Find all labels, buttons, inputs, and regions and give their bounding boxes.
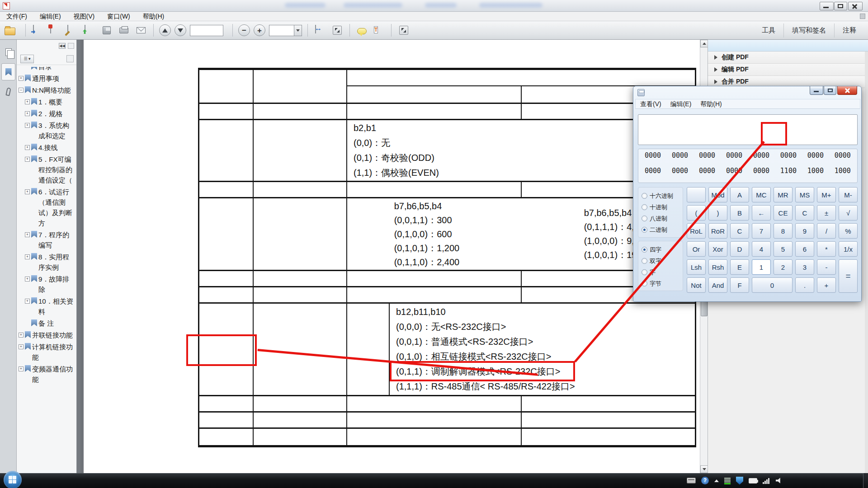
tree-expander-icon[interactable]: + bbox=[25, 157, 30, 162]
calc-button[interactable]: ) bbox=[708, 205, 727, 221]
tree-expander-icon[interactable]: + bbox=[19, 366, 24, 371]
tree-expander-icon[interactable]: + bbox=[19, 333, 24, 338]
calc-menu-item[interactable]: 查看(V) bbox=[636, 99, 666, 108]
menu-item[interactable]: 文件(F) bbox=[0, 12, 33, 21]
bookmark-label[interactable]: 1．概要 bbox=[38, 97, 73, 107]
bookmark-tree-item[interactable]: + 10．相关资料 bbox=[19, 296, 73, 317]
calc-button[interactable]: 9 bbox=[795, 223, 814, 239]
bookmark-label[interactable]: 4.接线 bbox=[38, 142, 73, 153]
calc-maximize-button[interactable] bbox=[824, 86, 836, 95]
bookmark-label[interactable]: 通用事项 bbox=[32, 73, 73, 84]
text-note-button[interactable]: T bbox=[372, 24, 386, 37]
print-button[interactable] bbox=[117, 24, 131, 37]
bookmark-tree-item[interactable]: + 7．程序的编写 bbox=[19, 230, 73, 250]
tree-expander-icon[interactable]: + bbox=[25, 111, 30, 116]
speaker-icon[interactable] bbox=[776, 478, 782, 484]
calculator-window[interactable]: 查看(V)编辑(E)帮助(H) 000000000000000000000000… bbox=[633, 86, 862, 302]
calc-button[interactable]: M- bbox=[839, 187, 858, 202]
calc-button[interactable]: RoL bbox=[687, 223, 706, 239]
calc-button[interactable]: ± bbox=[817, 205, 836, 221]
bookmark-tree-item[interactable]: + 2．规格 bbox=[19, 108, 73, 119]
attachments-button[interactable] bbox=[1, 83, 15, 100]
tree-expander-icon[interactable]: + bbox=[19, 76, 24, 81]
close-button[interactable] bbox=[848, 2, 863, 10]
calc-menu-item[interactable]: 编辑(E) bbox=[666, 99, 696, 108]
word-size-radio[interactable]: 字节 bbox=[642, 278, 683, 289]
bookmark-label[interactable]: 9．故障排除 bbox=[38, 274, 73, 295]
base-mode-radio[interactable]: 八进制 bbox=[642, 213, 683, 224]
bookmarks-menu-button[interactable]: ☰ ▾ bbox=[20, 55, 34, 63]
calc-button[interactable]: % bbox=[839, 223, 858, 239]
panel-options-icon[interactable] bbox=[68, 43, 74, 49]
word-size-radio[interactable]: 四字 bbox=[642, 244, 683, 255]
tree-expander-icon[interactable]: + bbox=[25, 254, 30, 259]
calc-button[interactable]: Or bbox=[687, 241, 706, 257]
menu-item[interactable]: 帮助(H) bbox=[137, 12, 170, 21]
bookmark-tree-item[interactable]: − N:N网络功能 bbox=[19, 85, 73, 95]
calc-button[interactable]: And bbox=[708, 277, 727, 293]
collapse-panel-button[interactable]: ◀◀ bbox=[59, 43, 66, 49]
calc-button[interactable]: M+ bbox=[817, 187, 836, 202]
zoom-in-button[interactable]: + bbox=[254, 24, 265, 36]
network-signal-icon[interactable] bbox=[763, 477, 770, 484]
calc-button[interactable]: E bbox=[730, 259, 749, 275]
calc-minimize-button[interactable] bbox=[810, 86, 823, 95]
scroll-up-button[interactable] bbox=[700, 40, 708, 47]
calc-button[interactable]: RoR bbox=[708, 223, 727, 239]
show-desktop-button[interactable] bbox=[863, 473, 868, 488]
save-button[interactable] bbox=[100, 24, 113, 37]
bookmark-label[interactable]: 目录 bbox=[38, 67, 73, 72]
calc-button[interactable]: . bbox=[795, 277, 814, 293]
calc-button[interactable]: Rsh bbox=[708, 259, 727, 275]
calc-button[interactable]: Lsh bbox=[687, 259, 706, 275]
fullscreen-button[interactable] bbox=[397, 24, 410, 37]
minimize-button[interactable] bbox=[820, 2, 834, 10]
tools-panel-item[interactable]: 编辑 PDF bbox=[708, 64, 868, 76]
tree-expander-icon[interactable]: − bbox=[19, 88, 24, 93]
zoom-level-control[interactable] bbox=[269, 25, 302, 36]
bookmark-label[interactable]: 8．实用程序实例 bbox=[38, 252, 73, 272]
comment-bubble-button[interactable] bbox=[355, 25, 368, 36]
help-tray-icon[interactable]: ? bbox=[701, 477, 709, 484]
keyboard-icon[interactable] bbox=[687, 478, 696, 483]
next-page-button[interactable] bbox=[175, 24, 186, 36]
bookmark-label[interactable]: 并联链接功能 bbox=[32, 330, 73, 340]
app-status-bars-icon[interactable] bbox=[724, 477, 731, 484]
zoom-out-button[interactable]: − bbox=[238, 24, 250, 36]
panel-tab[interactable]: 工具 bbox=[754, 23, 783, 38]
restore-button[interactable] bbox=[834, 2, 847, 10]
bookmark-tree-item[interactable]: + 8．实用程序实例 bbox=[19, 252, 73, 272]
page-thumbnails-button[interactable] bbox=[1, 43, 15, 61]
upload-cloud-button[interactable] bbox=[83, 24, 96, 37]
battery-icon[interactable] bbox=[749, 478, 757, 483]
email-button[interactable] bbox=[134, 24, 148, 37]
tree-expander-icon[interactable]: + bbox=[19, 344, 24, 349]
calc-button[interactable]: D bbox=[730, 241, 749, 257]
tools-panel-item[interactable]: 创建 PDF bbox=[708, 52, 868, 64]
cloud-print-button[interactable] bbox=[48, 24, 62, 37]
calc-button[interactable]: - bbox=[817, 259, 836, 275]
calc-button[interactable]: 3 bbox=[795, 259, 814, 275]
menu-item[interactable]: 视图(V) bbox=[67, 12, 101, 21]
tree-expander-icon[interactable]: + bbox=[25, 123, 30, 128]
calc-button[interactable]: MR bbox=[774, 187, 793, 202]
calc-button[interactable]: 1/x bbox=[839, 241, 858, 257]
calc-button[interactable]: CE bbox=[774, 205, 793, 221]
tree-expander-icon[interactable]: + bbox=[25, 232, 30, 237]
calc-button[interactable]: √ bbox=[839, 205, 858, 221]
menu-item[interactable]: 窗口(W) bbox=[101, 12, 137, 21]
panel-tab[interactable]: 填写和签名 bbox=[783, 23, 834, 38]
bookmark-tree-item[interactable]: + 6．试运行（通信测试）及判断方 bbox=[19, 187, 73, 228]
tree-expander-icon[interactable]: + bbox=[25, 299, 30, 304]
bookmark-tree-item[interactable]: + 通用事项 bbox=[19, 73, 73, 84]
security-shield-icon[interactable] bbox=[736, 477, 743, 485]
calc-button[interactable]: + bbox=[817, 277, 836, 293]
calc-button[interactable]: MS bbox=[795, 187, 814, 202]
calc-button[interactable]: C bbox=[795, 205, 814, 221]
open-button[interactable] bbox=[3, 24, 20, 37]
page-number-input[interactable] bbox=[190, 25, 223, 36]
calc-close-button[interactable] bbox=[837, 86, 857, 95]
calc-button[interactable]: Xor bbox=[708, 241, 727, 257]
bookmark-label[interactable]: 3．系统构成和选定 bbox=[38, 120, 73, 141]
bookmark-label[interactable]: 5．FX可编程控制器的通信设定（ bbox=[38, 154, 73, 185]
